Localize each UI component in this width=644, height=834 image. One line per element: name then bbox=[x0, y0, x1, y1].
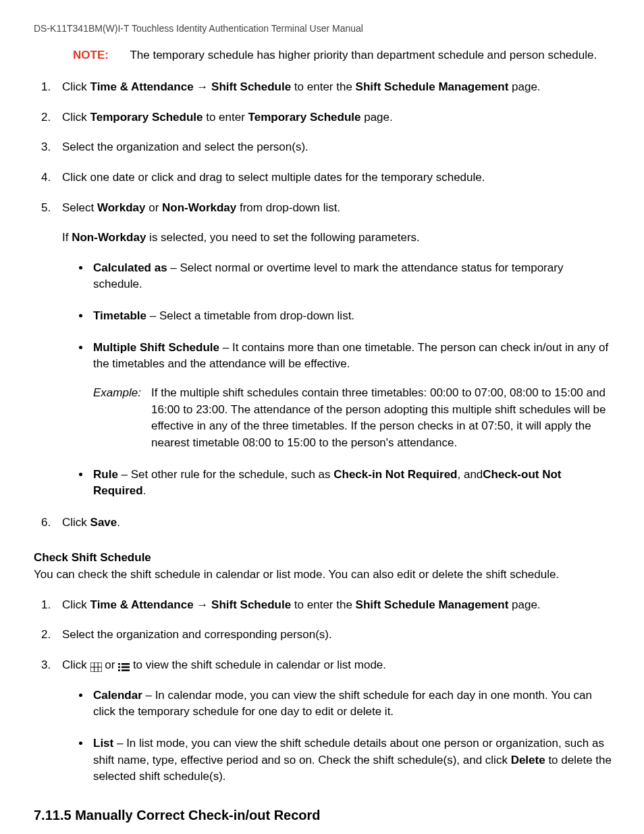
step-1: Click Time & Attendance → Shift Schedule… bbox=[54, 79, 612, 96]
arrow: → bbox=[194, 80, 211, 93]
bold: Time & Attendance bbox=[90, 80, 194, 93]
note-block: NOTE: The temporary schedule has higher … bbox=[73, 47, 612, 64]
example-text: If the multiple shift schedules contain … bbox=[151, 385, 612, 452]
page-header: DS-K11T341BM(W)I-T Touchless Identity Au… bbox=[34, 22, 612, 35]
bold: List bbox=[93, 737, 113, 750]
note-text: The temporary schedule has higher priori… bbox=[130, 49, 597, 61]
step2-3: Click or to view the shift schedule in c… bbox=[54, 657, 612, 785]
section-heading: 7.11.5 Manually Correct Check-in/out Rec… bbox=[34, 806, 612, 825]
text: , and bbox=[458, 468, 483, 481]
text: . bbox=[117, 516, 120, 529]
arrow: → bbox=[194, 598, 211, 611]
text: page. bbox=[360, 111, 392, 124]
bold: Check-in Not Required bbox=[333, 468, 457, 481]
step-5-subtext: If Non-Workday is selected, you need to … bbox=[62, 230, 612, 246]
bold: Non-Workday bbox=[72, 231, 146, 244]
sub-bullets-1: Calculated as – Select normal or overtim… bbox=[62, 260, 612, 500]
bold: Workday bbox=[97, 201, 146, 214]
text: Click bbox=[62, 516, 90, 529]
svg-rect-5 bbox=[122, 663, 130, 665]
sub-bullets-2: Calendar – In calendar mode, you can vie… bbox=[62, 687, 612, 785]
bullet-list-mode: List – In list mode, you can view the sh… bbox=[90, 735, 612, 785]
text: or bbox=[105, 658, 118, 671]
text: Click bbox=[62, 598, 90, 611]
step2-2: Select the organization and correspondin… bbox=[54, 627, 612, 644]
bullet-multiple-shift: Multiple Shift Schedule – It contains mo… bbox=[90, 340, 612, 452]
bullet-rule: Rule – Set other rule for the schedule, … bbox=[90, 467, 612, 500]
step-3: Select the organization and select the p… bbox=[54, 139, 612, 156]
bold: Shift Schedule Management bbox=[356, 80, 509, 93]
text: . bbox=[143, 484, 146, 497]
check-shift-title: Check Shift Schedule bbox=[34, 550, 612, 567]
bold: Delete bbox=[511, 754, 545, 766]
text: Click bbox=[62, 80, 90, 93]
calendar-grid-icon bbox=[90, 660, 102, 670]
bold: Shift Schedule Management bbox=[356, 598, 509, 611]
step2-1: Click Time & Attendance → Shift Schedule… bbox=[54, 597, 612, 614]
bold: Save bbox=[90, 516, 117, 529]
list-view-icon bbox=[118, 660, 130, 670]
text: to enter the bbox=[291, 598, 355, 611]
text: to enter bbox=[203, 111, 248, 124]
text: Click bbox=[62, 111, 90, 124]
bold: Temporary Schedule bbox=[90, 111, 203, 124]
text: from drop-down list. bbox=[236, 201, 340, 214]
text: Select bbox=[62, 201, 97, 214]
bullet-calculated-as: Calculated as – Select normal or overtim… bbox=[90, 260, 612, 293]
bold: Calculated as bbox=[93, 261, 167, 274]
text: page. bbox=[508, 80, 540, 93]
bold: Shift Schedule bbox=[211, 80, 291, 93]
svg-rect-9 bbox=[122, 669, 130, 671]
bold: Multiple Shift Schedule bbox=[93, 341, 219, 354]
text: is selected, you need to set the followi… bbox=[146, 231, 419, 244]
step-6: Click Save. bbox=[54, 515, 612, 531]
svg-rect-7 bbox=[122, 666, 130, 668]
step-2: Click Temporary Schedule to enter Tempor… bbox=[54, 109, 612, 126]
text: to enter the bbox=[291, 80, 355, 93]
note-label: NOTE: bbox=[73, 47, 127, 64]
text: – In calendar mode, you can view the shi… bbox=[93, 689, 592, 719]
svg-rect-6 bbox=[118, 666, 120, 668]
bold: Non-Workday bbox=[162, 201, 236, 214]
bold: Timetable bbox=[93, 309, 146, 322]
bold: Rule bbox=[93, 468, 118, 481]
bullet-calendar-mode: Calendar – In calendar mode, you can vie… bbox=[90, 687, 612, 721]
text: – Set other rule for the schedule, such … bbox=[118, 468, 333, 481]
bold: Time & Attendance bbox=[90, 598, 194, 611]
bold: Shift Schedule bbox=[211, 598, 291, 611]
check-shift-desc: You can check the shift schedule in cale… bbox=[34, 567, 612, 583]
text: Click bbox=[62, 658, 90, 671]
text: – Select a timetable from drop-down list… bbox=[146, 309, 354, 322]
text: or bbox=[145, 201, 162, 214]
example-block: Example: If the multiple shift schedules… bbox=[93, 385, 612, 452]
bullet-timetable: Timetable – Select a timetable from drop… bbox=[90, 308, 612, 325]
svg-rect-4 bbox=[118, 663, 120, 665]
step-4: Click one date or click and drag to sele… bbox=[54, 170, 612, 186]
steps-list-1: Click Time & Attendance → Shift Schedule… bbox=[34, 79, 612, 531]
steps-list-2: Click Time & Attendance → Shift Schedule… bbox=[34, 597, 612, 785]
example-label: Example: bbox=[93, 385, 151, 452]
bold: Calendar bbox=[93, 689, 142, 702]
step-5: Select Workday or Non-Workday from drop-… bbox=[54, 200, 612, 500]
bold: Temporary Schedule bbox=[248, 111, 361, 124]
text: page. bbox=[508, 598, 540, 611]
svg-rect-8 bbox=[118, 669, 120, 671]
text: to view the shift schedule in calendar o… bbox=[133, 658, 386, 671]
text: If bbox=[62, 231, 72, 244]
